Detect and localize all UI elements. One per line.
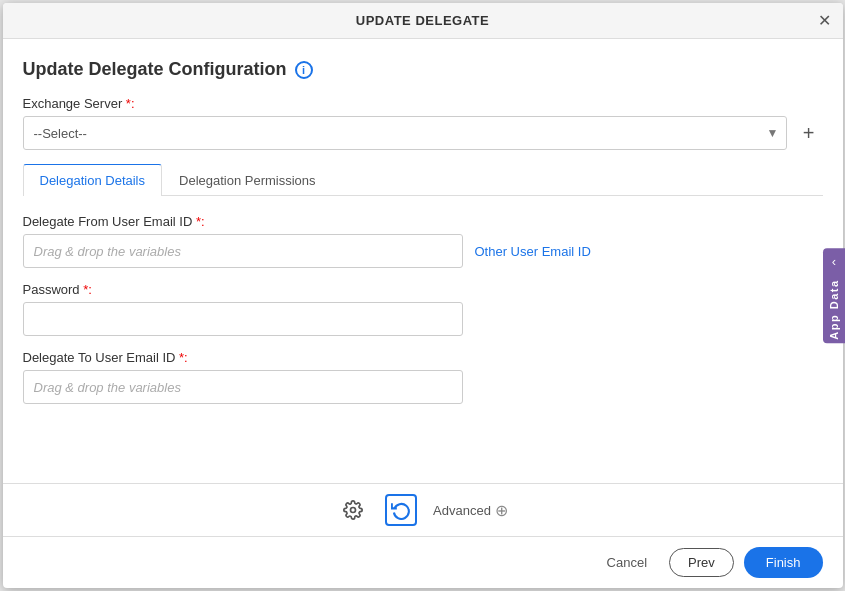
other-user-email-link[interactable]: Other User Email ID <box>475 244 591 259</box>
delegate-to-input[interactable] <box>23 370 463 404</box>
delegate-to-label: Delegate To User Email ID *: <box>23 350 823 365</box>
delegate-from-label: Delegate From User Email ID *: <box>23 214 823 229</box>
exchange-server-label: Exchange Server *: <box>23 96 823 111</box>
prev-button[interactable]: Prev <box>669 548 734 577</box>
tab-delegation-permissions[interactable]: Delegation Permissions <box>162 164 333 196</box>
password-row: Password *: <box>23 282 823 336</box>
gear-icon <box>343 500 363 520</box>
modal-title: UPDATE DELEGATE <box>356 13 489 28</box>
svg-point-0 <box>351 508 356 513</box>
page-title-text: Update Delegate Configuration <box>23 59 287 80</box>
advanced-button[interactable]: Advanced ⊕ <box>433 501 508 520</box>
modal-container: UPDATE DELEGATE ✕ Update Delegate Config… <box>3 3 843 588</box>
delegate-from-input[interactable] <box>23 234 463 268</box>
app-data-bar[interactable]: ‹ App Data <box>823 248 845 343</box>
cancel-button[interactable]: Cancel <box>595 549 659 576</box>
modal-wrapper: UPDATE DELEGATE ✕ Update Delegate Config… <box>0 0 845 591</box>
app-data-chevron-icon: ‹ <box>827 248 841 271</box>
delegate-from-field-row: Other User Email ID <box>23 234 823 268</box>
advanced-plus-icon: ⊕ <box>495 501 508 520</box>
settings-icon-button[interactable] <box>337 494 369 526</box>
password-label: Password *: <box>23 282 823 297</box>
footer-bottom: Cancel Prev Finish <box>3 536 843 588</box>
exchange-server-controls: --Select-- ▼ + <box>23 116 823 150</box>
close-button[interactable]: ✕ <box>818 13 831 29</box>
exchange-server-row: Exchange Server *: --Select-- ▼ + <box>23 96 823 150</box>
exchange-server-select[interactable]: --Select-- <box>23 116 787 150</box>
app-data-label: App Data <box>823 271 845 343</box>
refresh-icon-button[interactable] <box>385 494 417 526</box>
modal-header: UPDATE DELEGATE ✕ <box>3 3 843 39</box>
delegate-to-row: Delegate To User Email ID *: <box>23 350 823 404</box>
finish-button[interactable]: Finish <box>744 547 823 578</box>
modal-body: Update Delegate Configuration i Exchange… <box>3 39 843 483</box>
exchange-server-select-wrapper: --Select-- ▼ <box>23 116 787 150</box>
password-input[interactable] <box>23 302 463 336</box>
delegate-from-row: Delegate From User Email ID *: Other Use… <box>23 214 823 268</box>
add-exchange-server-button[interactable]: + <box>795 119 823 147</box>
tab-delegation-details[interactable]: Delegation Details <box>23 164 163 196</box>
info-icon[interactable]: i <box>295 61 313 79</box>
page-title-row: Update Delegate Configuration i <box>23 59 823 80</box>
footer-top: Advanced ⊕ <box>3 483 843 536</box>
tab-bar: Delegation Details Delegation Permission… <box>23 164 823 196</box>
app-data-sidebar: ‹ App Data <box>823 248 845 343</box>
refresh-icon <box>391 500 411 520</box>
